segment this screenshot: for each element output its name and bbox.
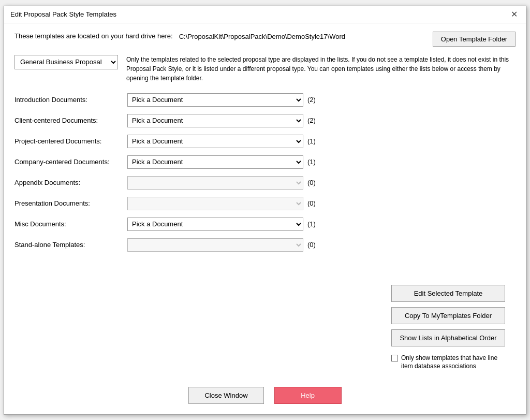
main-window: Edit Proposal Pack Style Templates ✕ The… [4, 6, 526, 415]
doc-label-6: Misc Documents: [14, 220, 123, 228]
document-rows: Introduction Documents:Pick a Document(2… [14, 93, 516, 252]
location-path: C:\ProposalKit\ProposalPack\Demo\DemoSty… [179, 32, 426, 40]
doc-label-1: Client-centered Documents: [14, 117, 123, 124]
proposal-description: Only the templates related to the select… [126, 55, 516, 83]
doc-label-7: Stand-alone Templates: [14, 241, 123, 249]
doc-count-3: (1) [307, 158, 323, 166]
document-row: Presentation Documents:(0) [14, 197, 516, 210]
doc-count-2: (1) [307, 137, 323, 145]
doc-select-3[interactable]: Pick a Document [127, 155, 303, 169]
window-title: Edit Proposal Pack Style Templates [10, 10, 116, 18]
location-row: These templates are located on your hard… [14, 32, 516, 47]
doc-count-1: (2) [307, 117, 323, 124]
open-folder-button[interactable]: Open Template Folder [433, 32, 516, 47]
document-row: Project-centered Documents:Pick a Docume… [14, 135, 516, 148]
doc-count-0: (2) [307, 96, 323, 104]
window-close-button[interactable]: ✕ [509, 10, 520, 19]
doc-label-3: Company-centered Documents: [14, 158, 123, 166]
document-row: Stand-alone Templates:(0) [14, 238, 516, 252]
line-item-checkbox[interactable] [391, 355, 398, 361]
close-window-button[interactable]: Close Window [188, 387, 263, 404]
title-bar: Edit Proposal Pack Style Templates ✕ [4, 6, 526, 23]
doc-select-4[interactable] [127, 176, 303, 190]
doc-select-0[interactable]: Pick a Document [127, 93, 303, 107]
doc-select-6[interactable]: Pick a Document [127, 218, 303, 231]
content-area: These templates are located on your hard… [4, 23, 526, 267]
doc-count-6: (1) [307, 220, 323, 228]
document-row: Appendix Documents:(0) [14, 176, 516, 190]
right-panel: Edit Selected Template Copy To MyTemplat… [391, 285, 505, 371]
document-row: Company-centered Documents:Pick a Docume… [14, 155, 516, 169]
copy-templates-button[interactable]: Copy To MyTemplates Folder [391, 307, 505, 324]
document-row: Introduction Documents:Pick a Document(2… [14, 93, 516, 107]
doc-count-5: (0) [307, 199, 323, 207]
doc-label-0: Introduction Documents: [14, 96, 123, 104]
doc-count-7: (0) [307, 241, 323, 249]
doc-select-2[interactable]: Pick a Document [127, 135, 303, 148]
proposal-type-select-wrap: General Business Proposal Government Pro… [14, 55, 118, 69]
checkbox-label: Only show templates that have line item … [401, 354, 505, 371]
doc-count-4: (0) [307, 179, 323, 186]
checkbox-row: Only show templates that have line item … [391, 354, 505, 371]
proposal-type-select[interactable]: General Business Proposal Government Pro… [14, 55, 118, 69]
doc-select-1[interactable]: Pick a Document [127, 114, 303, 127]
location-label: These templates are located on your hard… [14, 32, 173, 41]
show-alphabetical-button[interactable]: Show Lists in Alphabetical Order [391, 329, 505, 346]
doc-select-5[interactable] [127, 197, 303, 210]
footer: Close Window Help [4, 387, 526, 404]
doc-select-7[interactable] [127, 238, 303, 252]
doc-label-4: Appendix Documents: [14, 179, 123, 186]
proposal-type-row: General Business Proposal Government Pro… [14, 55, 516, 83]
documents-area: Introduction Documents:Pick a Document(2… [14, 93, 516, 252]
doc-label-5: Presentation Documents: [14, 199, 123, 207]
document-row: Client-centered Documents:Pick a Documen… [14, 114, 516, 127]
document-row: Misc Documents:Pick a Document(1) [14, 218, 516, 231]
help-button[interactable]: Help [274, 387, 342, 404]
edit-template-button[interactable]: Edit Selected Template [391, 285, 505, 302]
doc-label-2: Project-centered Documents: [14, 137, 123, 145]
